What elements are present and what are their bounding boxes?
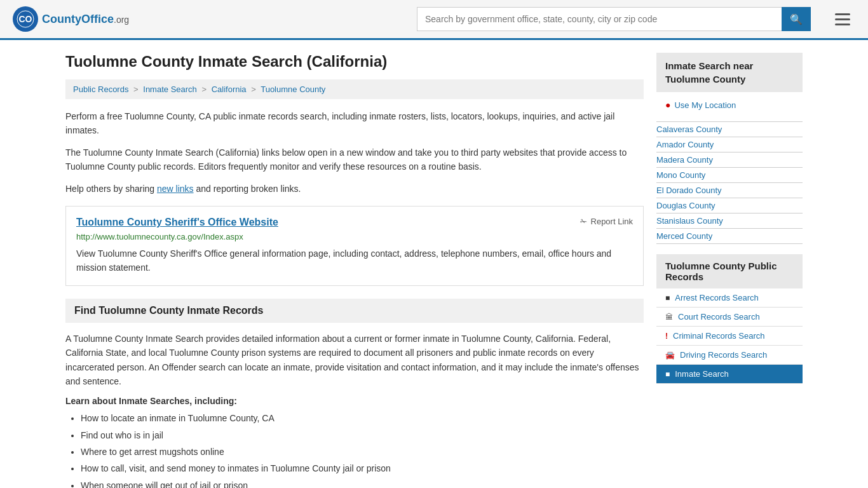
new-links-link[interactable]: new links [157,184,194,194]
logo-text: CountyOffice.org [42,13,129,26]
list-item: Find out who is in jail [81,428,644,442]
list-item: El Dorado County [656,183,803,198]
breadcrumb-inmate-search[interactable]: Inmate Search [143,85,197,94]
report-link-button[interactable]: ✁ Report Link [580,217,633,226]
use-my-location[interactable]: ● Use My Location [665,96,794,114]
list-item: Where to get arrest mugshots online [81,445,644,459]
bullet-list: How to locate an inmate in Tuolumne Coun… [65,411,644,488]
intro-text-1: Perform a free Tuolumne County, CA publi… [65,109,644,138]
list-item: ■ Inmate Search [656,365,803,384]
search-area: 🔍 [417,7,811,31]
scissors-icon: ✁ [580,217,587,226]
criminal-records-link[interactable]: Criminal Records Search [673,331,765,341]
nearby-links-list: Calaveras County Amador County Madera Co… [656,121,803,244]
content-area: Tuolumne County Inmate Search (Californi… [65,53,644,488]
header: CO CountyOffice.org 🔍 [0,0,868,40]
arrest-records-link[interactable]: Arrest Records Search [675,293,759,302]
douglas-link[interactable]: Douglas County [656,201,803,210]
breadcrumb-tuolumne-county[interactable]: Tuolumne County [261,85,325,94]
list-item: Amador County [656,137,803,152]
nearby-section-title: Inmate Search near Tuolumne County [665,59,794,86]
arrest-icon: ■ [665,294,670,302]
link-card-header: Tuolumne County Sheriff's Office Website… [76,217,633,228]
nearby-section-header: Inmate Search near Tuolumne County [656,53,803,92]
stanislaus-link[interactable]: Stanislaus County [656,216,803,226]
breadcrumb-public-records[interactable]: Public Records [73,85,128,94]
breadcrumb-california[interactable]: California [212,85,247,94]
intro-text-2: The Tuolumne County Inmate Search (Calif… [65,146,644,174]
public-records-section: Tuolumne County Public Records ■ Arrest … [656,254,803,384]
public-records-title: Tuolumne County Public Records [656,254,803,288]
find-section: Find Tuolumne County Inmate Records [65,299,644,323]
list-item: How to locate an inmate in Tuolumne Coun… [81,411,644,425]
use-my-location-container: ● Use My Location [656,93,803,116]
list-item: Calaveras County [656,121,803,137]
find-section-title: Find Tuolumne County Inmate Records [74,305,264,316]
merced-link[interactable]: Merced County [656,231,803,241]
list-item: Douglas County [656,198,803,214]
sidebar: Inmate Search near Tuolumne County ● Use… [656,53,803,488]
calaveras-link[interactable]: Calaveras County [656,125,803,134]
court-icon: 🏛 [665,313,673,322]
breadcrumb: Public Records > Inmate Search > Califor… [65,79,644,99]
section-description: A Tuolumne County Inmate Search provides… [65,332,644,389]
search-button[interactable]: 🔍 [782,7,811,31]
list-item: ■ Arrest Records Search [656,288,803,308]
list-item: 🚘 Driving Records Search [656,346,803,365]
inmate-search-link[interactable]: Inmate Search [675,369,729,379]
menu-button[interactable] [830,11,855,28]
list-item: ! Criminal Records Search [656,327,803,346]
main-container: Tuolumne County Inmate Search (Californi… [53,40,815,488]
link-description: View Tuolumne County Sheriff's Office ge… [76,247,633,275]
list-item: How to call, visit, and send money to in… [81,461,644,475]
logo[interactable]: CO CountyOffice.org [13,6,129,32]
link-url: http://www.tuolumnecounty.ca.gov/Index.a… [76,232,633,241]
list-item: Merced County [656,229,803,244]
location-pin-icon: ● [665,100,670,110]
inmate-icon: ■ [665,370,670,379]
criminal-icon: ! [665,332,668,341]
page-title: Tuolumne County Inmate Search (Californi… [65,53,644,71]
driving-records-link[interactable]: Driving Records Search [680,350,767,360]
eldorado-link[interactable]: El Dorado County [656,186,803,195]
amador-link[interactable]: Amador County [656,140,803,149]
learn-title: Learn about Inmate Searches, including: [65,396,644,406]
link-card-title[interactable]: Tuolumne County Sheriff's Office Website [76,217,278,228]
list-item: 🏛 Court Records Search [656,308,803,327]
driving-icon: 🚘 [665,351,675,360]
search-icon: 🔍 [790,14,803,25]
list-item: Stanislaus County [656,214,803,229]
court-records-link[interactable]: Court Records Search [678,312,760,322]
hamburger-icon [835,13,850,25]
svg-text:CO: CO [19,14,32,24]
list-item: Mono County [656,168,803,183]
list-item: Madera County [656,152,803,168]
list-item: When someone will get out of jail or pri… [81,478,644,488]
madera-link[interactable]: Madera County [656,155,803,165]
logo-icon: CO [13,6,38,32]
search-input[interactable] [417,7,782,31]
mono-link[interactable]: Mono County [656,170,803,180]
help-text: Help others by sharing new links and rep… [65,182,644,196]
public-records-links: ■ Arrest Records Search 🏛 Court Records … [656,288,803,384]
link-card: Tuolumne County Sheriff's Office Website… [65,206,644,286]
use-my-location-link[interactable]: Use My Location [674,100,736,110]
